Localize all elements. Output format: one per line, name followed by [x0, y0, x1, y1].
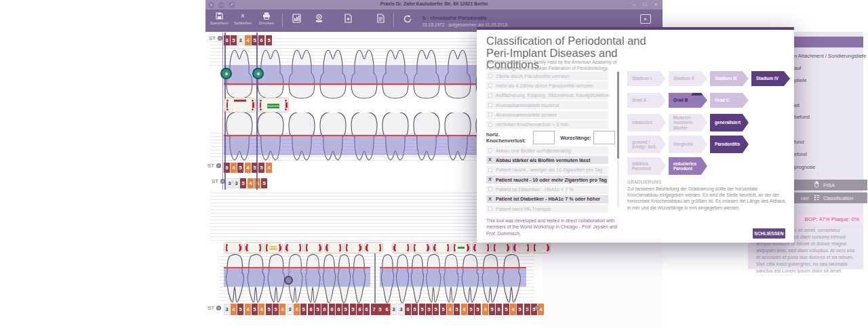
gear-icon[interactable]	[216, 163, 221, 168]
probing-depth-cell[interactable]: 5	[266, 35, 272, 45]
sidebar-menu-item[interactable]: efund	[794, 151, 807, 157]
occlusal-view[interactable]	[432, 242, 451, 253]
stage-arrow-gingivitis[interactable]: Gingivitis	[669, 136, 707, 153]
occlusal-view[interactable]	[244, 242, 263, 253]
occlusal-view[interactable]	[412, 242, 431, 253]
sidebar-menu-item[interactable]: auf	[794, 65, 801, 71]
sidebar-menu-item[interactable]: eit	[794, 102, 800, 108]
stage-arrow-stadium-iii[interactable]: Stadium III	[710, 71, 749, 86]
stage-arrow-reduziertes-parodont[interactable]: reduziertes Parodont	[669, 157, 707, 175]
stage-arrow-stadium-i[interactable]: Stadium I	[627, 71, 666, 86]
probing-depth-cell[interactable]: 7	[371, 304, 377, 315]
checkbox-icon[interactable]	[488, 83, 492, 87]
occlusal-view[interactable]	[472, 242, 491, 253]
checkbox-icon[interactable]	[488, 148, 492, 152]
probing-depth-cell[interactable]: 3	[237, 35, 243, 45]
probing-depth-cell[interactable]: 4	[248, 178, 254, 188]
checkbox-icon[interactable]	[488, 74, 492, 78]
occlusal-view[interactable]	[304, 242, 323, 253]
scrollbar-thumb[interactable]	[617, 72, 619, 159]
checkbox-icon[interactable]: X	[488, 158, 492, 162]
stage-arrow-intaktes-parodont[interactable]: intaktes Parodont	[627, 157, 666, 175]
stage-arrow-stadium-ii[interactable]: Stadium II	[669, 71, 707, 86]
stage-arrow-molaren-inzisiven-muster[interactable]: Molaren-Inzisiven- Muster	[669, 114, 707, 131]
minimize-button[interactable]: –	[630, 1, 638, 9]
occlusal-view[interactable]	[224, 98, 256, 112]
checklist-item[interactable]: Zähne durch Parodontitis verloren	[486, 72, 608, 80]
stamp-doc-icon[interactable]	[312, 14, 326, 26]
bone-loss-input[interactable]	[533, 131, 555, 144]
probing-depth-cell[interactable]: 5	[231, 35, 237, 45]
gear-icon[interactable]	[218, 36, 222, 41]
probing-depth-cell[interactable]: 6	[258, 35, 264, 45]
checkbox-icon[interactable]	[488, 187, 492, 191]
close-document-button[interactable]: × Schließen	[231, 12, 254, 25]
gear-icon[interactable]	[535, 306, 540, 310]
checkbox-icon[interactable]: X	[488, 178, 492, 182]
occlusal-view[interactable]	[324, 242, 343, 253]
occlusal-view[interactable]	[492, 242, 511, 253]
occlusal-view[interactable]	[392, 242, 411, 253]
gear-icon[interactable]	[216, 306, 221, 310]
schliessen-button[interactable]: SCHLIESSEN	[753, 228, 785, 239]
sidebar-menu-item[interactable]: ptiefe	[794, 77, 806, 83]
expand-icon[interactable]: ▸	[640, 14, 651, 24]
probing-depth-cell[interactable]: 3	[226, 178, 233, 188]
root-length-input[interactable]	[593, 131, 615, 144]
occlusal-view[interactable]	[258, 98, 289, 112]
occlusal-view[interactable]	[532, 242, 551, 253]
checklist-item[interactable]: Patient raucht - weniger als 10 Zigarett…	[486, 166, 608, 174]
checkbox-icon[interactable]: X	[488, 197, 492, 201]
probing-depth-cell[interactable]: 4	[245, 35, 251, 45]
checkbox-icon[interactable]	[488, 123, 492, 127]
occlusal-view[interactable]	[284, 242, 303, 253]
occlusal-view[interactable]	[264, 242, 283, 253]
checkbox-icon[interactable]	[488, 168, 492, 172]
checkbox-icon[interactable]	[488, 103, 492, 107]
report-doc-icon[interactable]	[374, 14, 387, 26]
occlusal-view[interactable]	[224, 242, 243, 253]
probing-depth-cell[interactable]: 5	[240, 178, 246, 188]
checklist-item[interactable]: Abbau und Biofilm verhältnismäßig	[486, 146, 608, 155]
sidebar-button-pisa[interactable]: PISA	[809, 180, 867, 190]
occlusal-view[interactable]	[364, 242, 383, 253]
stage-arrow-grad-b[interactable]: Grad B!	[669, 93, 707, 108]
refresh-icon[interactable]	[401, 14, 414, 26]
print-button[interactable]: Drucken	[255, 12, 278, 25]
stage-arrow-gesund-erfolgr-beh[interactable]: gesund / erfolgr. beh.	[627, 136, 666, 153]
checklist-item[interactable]: Alveolarkammdefekt moderat	[486, 101, 608, 109]
stage-arrow-stadium-iv[interactable]: Stadium IV	[751, 71, 790, 86]
probing-depth-cell[interactable]: 3	[233, 178, 239, 188]
sidebar-menu-item[interactable]: fund	[794, 139, 804, 145]
stage-arrow-grad-a[interactable]: Grad A	[627, 93, 666, 108]
sidebar-menu-item[interactable]: befund	[794, 114, 810, 120]
stage-arrow-lokalisiert[interactable]: lokalisiert	[627, 114, 666, 131]
checkbox-icon[interactable]	[488, 112, 492, 117]
checklist-item[interactable]: vertikaler Knochenverlust > 3 mm	[486, 121, 608, 129]
close-button[interactable]: ×	[652, 1, 660, 9]
stage-arrow-grad-c[interactable]: Grad C	[710, 93, 749, 108]
checklist-item[interactable]: Patient ist Diabetiker - HbA1c < 7 %	[486, 186, 608, 194]
checklist-item[interactable]: XAbbau stärker als Biofilm vermuten läss…	[486, 156, 608, 164]
checklist-item[interactable]: XPatient ist Diabetiker - HbA1c 7 % oder…	[486, 195, 608, 203]
probing-depth-cell[interactable]: 5	[261, 178, 267, 188]
occlusal-view[interactable]	[344, 242, 363, 253]
checkbox-icon[interactable]	[488, 207, 492, 211]
checklist-item[interactable]: Auffächerung, Kippung, Stützverlust, Kau…	[486, 91, 608, 100]
checklist-item[interactable]: Alveolarkammdefekt schwer	[486, 111, 608, 119]
save-button[interactable]: Speichern	[208, 12, 231, 25]
add-doc-icon[interactable]	[341, 14, 355, 26]
stage-arrow-parodontitis[interactable]: Parodontitis	[710, 136, 749, 153]
sidebar-menu-item[interactable]: prognose	[794, 164, 815, 170]
maximize-button[interactable]: □	[641, 1, 649, 9]
checklist-item[interactable]: Patient nach PA-Therapie	[486, 205, 608, 213]
stage-arrow-generalisiert[interactable]: generalisiert	[710, 114, 749, 131]
checklist-item[interactable]: mehr als 4 Zähne durch Parodontitis verl…	[486, 81, 608, 89]
sidebar-menu-item[interactable]: n Attachment / Sondierungstiefe	[794, 53, 866, 59]
occlusal-view[interactable]	[452, 242, 471, 253]
sidebar-button-classification[interactable]: Classification	[809, 192, 867, 203]
scrollbar[interactable]	[617, 72, 619, 207]
chart-doc-icon[interactable]	[290, 14, 303, 26]
checklist-item[interactable]: XPatient raucht - 10 oder mehr Zigarette…	[486, 176, 608, 184]
checkbox-icon[interactable]	[488, 94, 492, 98]
